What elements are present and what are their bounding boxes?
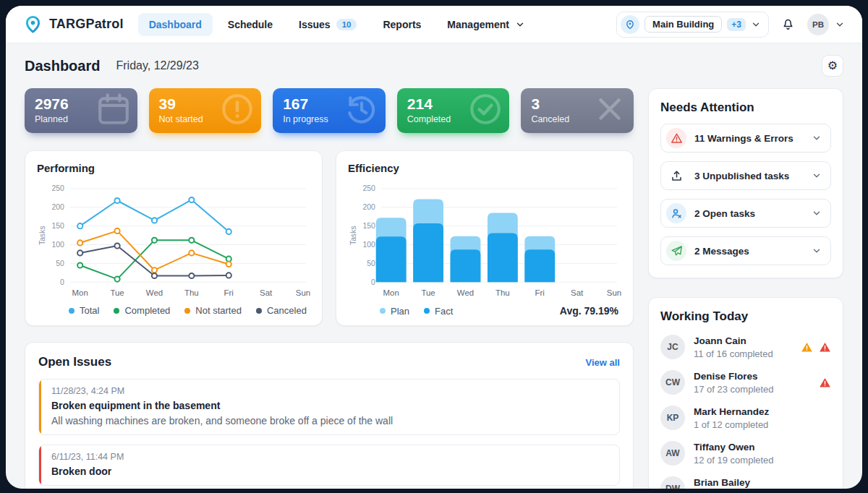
person-progress: 12 of 19 completed [694, 455, 774, 466]
navbar-right: Main Building +3 PB [616, 12, 845, 38]
left-column: 2976Planned39Not started167In progress21… [25, 88, 634, 489]
person-info: Joann Cain11 of 16 completed [694, 335, 773, 359]
chevron-down-icon [515, 20, 525, 30]
right-column: Needs Attention 11 Warnings & Errors3 Un… [648, 88, 843, 489]
legend-dot [424, 308, 430, 314]
open-issues-title: Open Issues [38, 355, 111, 369]
issue-title: Broken equipment in the basement [51, 400, 609, 411]
top-navbar: TARGPatrol DashboardScheduleIssues10Repo… [6, 6, 862, 43]
building-selector[interactable]: Main Building +3 [616, 12, 769, 38]
person-progress: 1 of 12 completed [694, 419, 769, 430]
person-info: Mark Hernandez1 of 12 completed [694, 406, 769, 430]
chevron-down-icon [812, 246, 822, 256]
attention-item-label: 2 Open tasks [694, 208, 755, 219]
person-name: Mark Hernandez [694, 406, 769, 417]
charts-row: Performing 050100150200250MonTueWedThuFr… [25, 150, 634, 326]
building-pin-icon [621, 15, 639, 34]
nav-item-reports[interactable]: Reports [372, 13, 432, 36]
view-all-link[interactable]: View all [586, 357, 620, 368]
svg-text:Mon: Mon [383, 288, 399, 297]
chevron-down-icon [812, 133, 822, 143]
brand[interactable]: TARGPatrol [23, 14, 124, 34]
attention-item-user-x[interactable]: 2 Open tasks [660, 199, 831, 228]
nav-item-dashboard[interactable]: Dashboard [138, 13, 213, 36]
svg-text:50: 50 [367, 260, 375, 267]
chevron-down-icon [812, 246, 822, 256]
needs-attention-card: Needs Attention 11 Warnings & Errors3 Un… [648, 88, 843, 278]
page-date: Friday, 12/29/23 [116, 59, 198, 72]
person-row[interactable]: DWBrian Bailey2 of 7 completed [660, 476, 831, 489]
svg-text:Sat: Sat [260, 288, 273, 297]
bell-icon[interactable] [780, 17, 796, 32]
stat-card-completed[interactable]: 214Completed [397, 88, 510, 133]
history-icon [344, 91, 380, 130]
brand-name: TARGPatrol [49, 17, 124, 32]
stat-card-not-started[interactable]: 39Not started [149, 88, 262, 133]
issue-item[interactable]: 11/28/23, 4:24 PMBroken equipment in the… [38, 379, 620, 435]
svg-text:150: 150 [362, 222, 375, 230]
person-warnings [819, 377, 831, 389]
svg-text:0: 0 [60, 278, 64, 286]
person-row[interactable]: KPMark Hernandez1 of 12 completed [660, 406, 831, 430]
send-icon [666, 241, 686, 261]
efficiency-bar-chart: 050100150200250MonTueWedThuFriSatSunTask… [348, 181, 621, 302]
legend-item-plan: Plan [380, 306, 409, 317]
nav-item-management[interactable]: Management [436, 13, 536, 36]
issue-item[interactable]: 6/11/23, 11:44 PMBroken door [38, 445, 620, 486]
attention-item-label: 2 Messages [694, 246, 749, 257]
person-progress: 17 of 23 completed [694, 384, 774, 395]
chevron-down-icon [812, 171, 822, 181]
nav-item-schedule[interactable]: Schedule [217, 13, 284, 36]
svg-text:Wed: Wed [457, 288, 474, 297]
chart-legend: TotalCompletedNot startedCanceled [37, 305, 310, 316]
avatar: DW [660, 476, 685, 489]
avatar: JC [660, 335, 685, 359]
legend-item-fact: Fact [424, 306, 453, 317]
gear-icon[interactable]: ⚙ [822, 55, 843, 77]
person-warnings [801, 341, 831, 353]
legend-label: Completed [124, 305, 170, 316]
person-row[interactable]: JCJoann Cain11 of 16 completed [660, 335, 831, 359]
person-info: Tiffany Owen12 of 19 completed [694, 442, 774, 466]
nav-item-issues[interactable]: Issues10 [288, 13, 367, 36]
svg-text:50: 50 [56, 260, 64, 267]
page-header: Dashboard Friday, 12/29/23 ⚙ [25, 55, 843, 77]
issues-count-badge: 10 [336, 19, 357, 30]
warning-icon [819, 377, 831, 389]
legend-label: Not started [195, 305, 242, 316]
issue-accent-bar [39, 445, 41, 485]
person-row[interactable]: CWDenise Flores17 of 23 completed [660, 370, 831, 395]
stat-card-in-progress[interactable]: 167In progress [273, 88, 386, 133]
chart-title: Performing [37, 162, 310, 174]
performing-chart-card: Performing 050100150200250MonTueWedThuFr… [25, 150, 323, 326]
legend-label: Plan [391, 306, 409, 317]
user-menu[interactable]: PB [807, 14, 845, 35]
nav-item-label: Schedule [228, 19, 273, 30]
nav-item-label: Reports [383, 19, 421, 30]
legend-label: Canceled [267, 305, 307, 316]
svg-text:Thu: Thu [184, 288, 199, 297]
stat-card-canceled[interactable]: 3Canceled [521, 88, 634, 133]
attention-item-upload[interactable]: 3 Unpublished tasks [660, 161, 831, 190]
chevron-down-icon [835, 20, 845, 30]
issue-datetime: 6/11/23, 11:44 PM [51, 452, 609, 462]
issue-description: All washing machines are broken, and som… [51, 415, 609, 426]
person-row[interactable]: AWTiffany Owen12 of 19 completed [660, 441, 831, 466]
attention-item-send[interactable]: 2 Messages [660, 236, 831, 265]
nav-item-label: Issues [299, 19, 331, 30]
svg-text:Tue: Tue [421, 288, 435, 297]
legend-item-not-started: Not started [184, 305, 242, 316]
legend-dot [114, 308, 119, 314]
warning-icon [819, 341, 831, 353]
stat-card-planned[interactable]: 2976Planned [25, 88, 137, 133]
attention-item-label: 11 Warnings & Errors [694, 133, 793, 144]
stats-row: 2976Planned39Not started167In progress21… [25, 88, 634, 133]
attention-item-warning-triangle[interactable]: 11 Warnings & Errors [660, 124, 831, 153]
calendar-icon [95, 91, 132, 130]
svg-text:250: 250 [51, 184, 64, 192]
person-name: Brian Bailey [694, 477, 763, 488]
chevron-down-icon [812, 208, 822, 218]
user-x-icon [666, 203, 686, 223]
svg-text:150: 150 [51, 222, 64, 230]
average-efficiency: Avg. 79.19% [560, 305, 621, 317]
